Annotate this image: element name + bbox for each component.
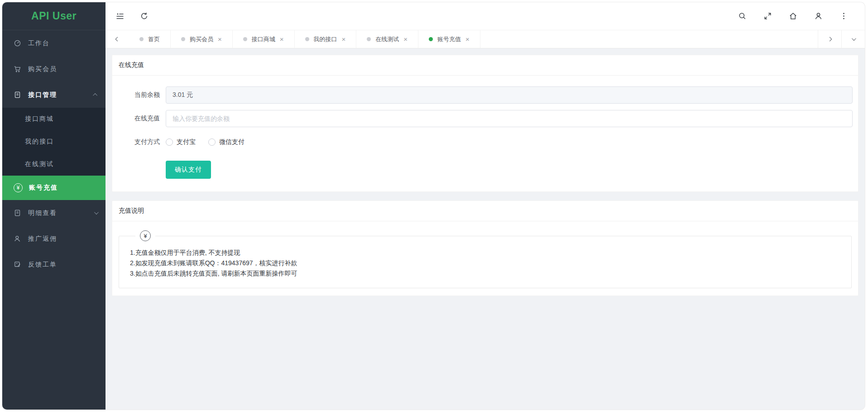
tabs-spacer — [480, 30, 818, 48]
tab-label: 账号充值 — [437, 35, 461, 43]
notes-body: ¥ 1.充值金额仅用于平台消费, 不支持提现 2.如发现充值未到账请联系QQ：4… — [112, 221, 858, 296]
close-icon[interactable]: × — [465, 36, 470, 43]
balance-row: 当前余额 — [115, 86, 853, 104]
notes-legend: ¥ — [135, 230, 155, 241]
document-icon — [14, 91, 21, 99]
radio-label: 支付宝 — [177, 138, 196, 146]
recharge-amount-input[interactable] — [166, 110, 853, 127]
sidebar-item-online-test[interactable]: 在线测试 — [2, 153, 106, 176]
sidebar-item-label: 推广返佣 — [28, 235, 57, 243]
main-area: 首页 购买会员 × 接口商城 × 我的接口 × — [106, 2, 865, 410]
sidebar-item-api-management[interactable]: 接口管理 — [2, 82, 106, 108]
tabs-menu-button[interactable] — [841, 30, 865, 48]
tab-api-shop[interactable]: 接口商城 × — [233, 30, 295, 48]
refresh-icon[interactable] — [140, 12, 149, 21]
close-icon[interactable]: × — [342, 36, 346, 43]
cart-icon — [14, 65, 21, 73]
sidebar-item-api-shop[interactable]: 接口商城 — [2, 108, 106, 130]
sidebar-item-label: 购买会员 — [28, 65, 57, 73]
confirm-pay-button[interactable]: 确认支付 — [166, 161, 211, 179]
tab-my-apis[interactable]: 我的接口 × — [295, 30, 357, 48]
close-icon[interactable]: × — [280, 36, 284, 43]
radio-circle-icon[interactable] — [208, 138, 216, 146]
ticket-edit-icon — [14, 261, 21, 268]
tabs-list: 首页 购买会员 × 接口商城 × 我的接口 × — [129, 30, 818, 48]
radio-wechat-pay[interactable]: 微信支付 — [208, 138, 245, 146]
tab-dot — [367, 37, 371, 41]
recharge-form: 当前余额 在线充值 支付方式 — [112, 76, 858, 191]
sidebar-item-label: 明细查看 — [28, 209, 57, 217]
tab-label: 首页 — [148, 35, 160, 43]
tab-dot — [243, 37, 247, 41]
tab-account-recharge[interactable]: 账号充值 × — [418, 30, 480, 48]
sidebar-submenu: 接口商城 我的接口 在线测试 ¥ 账号充值 — [2, 108, 106, 200]
notes-box: ¥ 1.充值金额仅用于平台消费, 不支持提现 2.如发现充值未到账请联系QQ：4… — [119, 230, 852, 288]
more-vertical-icon[interactable] — [839, 12, 849, 21]
balance-input — [166, 86, 853, 104]
home-icon[interactable] — [789, 12, 798, 21]
submit-row: 确认支付 — [115, 157, 853, 179]
notes-card-title: 充值说明 — [112, 201, 858, 221]
tab-dot — [139, 37, 144, 41]
sidebar-item-feedback-ticket[interactable]: 反馈工单 — [2, 252, 106, 277]
top-header — [106, 2, 865, 30]
tab-bar: 首页 购买会员 × 接口商城 × 我的接口 × — [106, 30, 865, 48]
balance-label: 当前余额 — [115, 91, 166, 99]
tab-label: 在线测试 — [375, 35, 399, 43]
page-content: 在线充值 当前余额 在线充值 — [106, 48, 865, 410]
tab-dot — [305, 37, 309, 41]
payment-label: 支付方式 — [115, 138, 166, 146]
radio-alipay[interactable]: 支付宝 — [166, 138, 196, 146]
tab-dot — [181, 37, 185, 41]
recharge-card: 在线充值 当前余额 在线充值 — [112, 55, 858, 192]
sidebar-item-label: 在线测试 — [25, 160, 54, 168]
tab-label: 购买会员 — [190, 35, 213, 43]
note-line: 3.如点击充值后未跳转充值页面, 请刷新本页面重新操作即可 — [130, 268, 840, 279]
payment-row: 支付方式 支付宝 微信支付 — [115, 134, 853, 151]
close-icon[interactable]: × — [218, 36, 222, 43]
app-window: API User 工作台 购买会员 接口管理 接口商城 我的 — [2, 2, 865, 410]
sidebar-item-account-recharge[interactable]: ¥ 账号充值 — [2, 176, 106, 200]
recharge-card-title: 在线充值 — [112, 55, 858, 76]
user-icon[interactable] — [814, 12, 823, 21]
radio-label: 微信支付 — [219, 138, 245, 146]
tab-label: 接口商城 — [252, 35, 275, 43]
tabs-scroll-right-button[interactable] — [818, 30, 841, 48]
app-title: API User — [2, 2, 106, 30]
sidebar-item-referral[interactable]: 推广返佣 — [2, 226, 106, 252]
dashboard-icon — [14, 39, 21, 47]
sidebar-item-label: 账号充值 — [29, 184, 58, 192]
tab-online-test[interactable]: 在线测试 × — [356, 30, 418, 48]
yen-circle-icon: ¥ — [140, 230, 151, 241]
sidebar-item-my-apis[interactable]: 我的接口 — [2, 130, 106, 153]
collapse-sidebar-icon[interactable] — [115, 12, 125, 21]
tab-buy-membership[interactable]: 购买会员 × — [171, 30, 233, 48]
search-icon[interactable] — [738, 12, 747, 21]
yen-circle-icon: ¥ — [14, 183, 23, 192]
sidebar-item-workbench[interactable]: 工作台 — [2, 30, 106, 56]
sidebar-item-label: 我的接口 — [25, 138, 54, 146]
amount-row: 在线充值 — [115, 110, 853, 127]
chevron-up-icon — [93, 93, 97, 98]
note-line: 2.如发现充值未到账请联系QQ：419437697，核实进行补款 — [130, 258, 840, 268]
radio-circle-icon[interactable] — [166, 138, 173, 146]
fullscreen-icon[interactable] — [763, 12, 772, 21]
tab-home[interactable]: 首页 — [129, 30, 171, 48]
recharge-notes-card: 充值说明 ¥ 1.充值金额仅用于平台消费, 不支持提现 2.如发现充值未到账请联… — [112, 200, 858, 296]
chevron-down-icon — [94, 210, 99, 215]
note-line: 1.充值金额仅用于平台消费, 不支持提现 — [130, 248, 840, 258]
document-icon — [14, 209, 21, 217]
sidebar: API User 工作台 购买会员 接口管理 接口商城 我的 — [2, 2, 106, 410]
sidebar-item-label: 接口管理 — [28, 91, 57, 99]
sidebar-item-label: 接口商城 — [25, 115, 54, 123]
tabs-scroll-left-button[interactable] — [106, 30, 129, 48]
sidebar-item-detail-view[interactable]: 明细查看 — [2, 200, 106, 226]
sidebar-item-label: 工作台 — [28, 39, 50, 48]
tab-label: 我的接口 — [314, 35, 337, 43]
close-icon[interactable]: × — [403, 36, 408, 43]
sidebar-item-buy-membership[interactable]: 购买会员 — [2, 56, 106, 82]
person-icon — [14, 235, 21, 243]
tab-dot — [429, 37, 433, 41]
sidebar-item-label: 反馈工单 — [28, 261, 57, 269]
amount-label: 在线充值 — [115, 114, 166, 123]
